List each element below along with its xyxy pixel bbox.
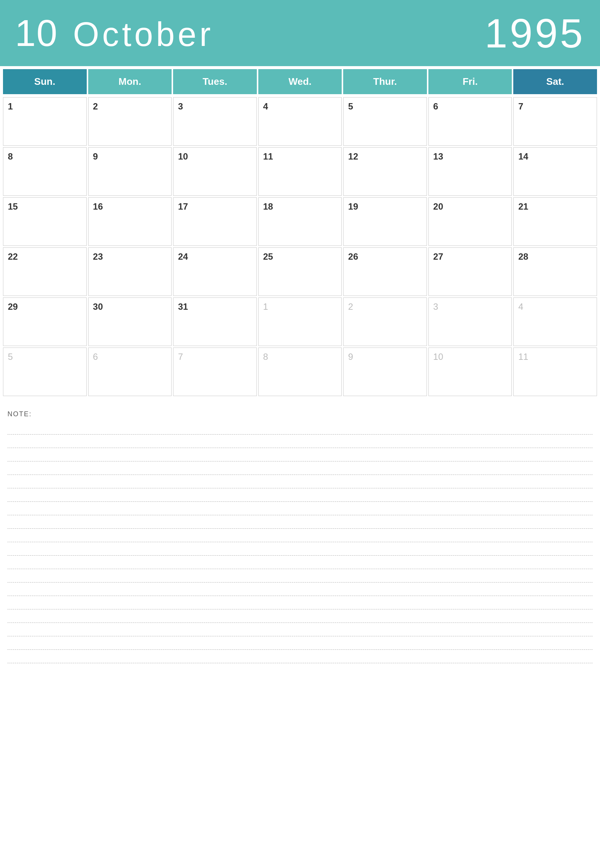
cell-number: 22 (8, 251, 18, 262)
calendar-cell[interactable]: 20 (429, 197, 512, 246)
note-line[interactable] (8, 502, 592, 515)
note-line[interactable] (8, 461, 592, 475)
calendar-cell[interactable]: 10 (173, 147, 257, 196)
cell-number: 6 (93, 352, 98, 362)
day-header-sun: Sun. (3, 69, 87, 94)
calendar-cell[interactable]: 4 (258, 97, 342, 146)
note-line[interactable] (8, 556, 592, 569)
calendar-header: 10 October 1995 (0, 0, 600, 66)
cell-number: 15 (8, 201, 18, 212)
calendar-cell[interactable]: 24 (173, 247, 257, 296)
cell-number: 11 (518, 352, 528, 362)
note-line[interactable] (8, 475, 592, 488)
calendar-cell[interactable]: 4 (513, 298, 597, 346)
calendar-grid: 1234567891011121314151617181920212223242… (0, 96, 600, 399)
cell-number: 27 (433, 251, 443, 262)
calendar-cell[interactable]: 13 (429, 147, 512, 196)
calendar-cell[interactable]: 17 (173, 197, 257, 246)
month-number: 10 (15, 12, 58, 54)
note-line[interactable] (8, 488, 592, 502)
note-line[interactable] (8, 569, 592, 582)
calendar-cell[interactable]: 9 (343, 348, 427, 396)
note-line[interactable] (8, 515, 592, 529)
calendar-cell[interactable]: 28 (513, 247, 597, 296)
calendar-cell[interactable]: 14 (513, 147, 597, 196)
day-headers-row: Sun.Mon.Tues.Wed.Thur.Fri.Sat. (0, 66, 600, 96)
calendar-cell[interactable]: 25 (258, 247, 342, 296)
calendar-cell[interactable]: 3 (429, 298, 512, 346)
day-header-mon: Mon. (88, 69, 172, 94)
calendar-cell[interactable]: 22 (3, 247, 87, 296)
calendar-cell[interactable]: 29 (3, 298, 87, 346)
note-line[interactable] (8, 421, 592, 434)
cell-number: 21 (518, 201, 528, 212)
cell-number: 1 (263, 301, 268, 312)
cell-number: 4 (263, 101, 268, 111)
calendar-cell[interactable]: 8 (3, 147, 87, 196)
calendar-cell[interactable]: 5 (3, 348, 87, 396)
note-line[interactable] (8, 542, 592, 556)
note-line[interactable] (8, 596, 592, 609)
note-line[interactable] (8, 434, 592, 448)
note-line[interactable] (8, 623, 592, 636)
cell-number: 26 (348, 251, 358, 262)
cell-number: 12 (348, 151, 358, 162)
cell-number: 3 (433, 301, 438, 312)
calendar-cell[interactable]: 2 (343, 298, 427, 346)
note-line[interactable] (8, 650, 592, 663)
cell-number: 7 (518, 101, 523, 111)
calendar-cell[interactable]: 30 (88, 298, 172, 346)
calendar-cell[interactable]: 15 (3, 197, 87, 246)
calendar-cell[interactable]: 9 (88, 147, 172, 196)
calendar-cell[interactable]: 10 (429, 348, 512, 396)
note-line[interactable] (8, 529, 592, 542)
calendar-cell[interactable]: 2 (88, 97, 172, 146)
cell-number: 29 (8, 301, 18, 312)
cell-number: 20 (433, 201, 443, 212)
cell-number: 10 (433, 352, 443, 362)
calendar-cell[interactable]: 26 (343, 247, 427, 296)
calendar-cell[interactable]: 18 (258, 197, 342, 246)
calendar-cell[interactable]: 1 (3, 97, 87, 146)
cell-number: 2 (93, 101, 98, 111)
notes-label: NOTE: (8, 410, 592, 418)
calendar-cell[interactable]: 12 (343, 147, 427, 196)
note-line[interactable] (8, 582, 592, 596)
calendar-cell[interactable]: 7 (513, 97, 597, 146)
calendar-cell[interactable]: 5 (343, 97, 427, 146)
year: 1995 (485, 9, 585, 57)
day-header-wed: Wed. (258, 69, 342, 94)
cell-number: 7 (178, 352, 183, 362)
calendar-cell[interactable]: 11 (513, 348, 597, 396)
cell-number: 5 (8, 352, 13, 362)
note-line[interactable] (8, 609, 592, 623)
calendar-cell[interactable]: 19 (343, 197, 427, 246)
day-header-tues: Tues. (173, 69, 257, 94)
note-line[interactable] (8, 448, 592, 461)
calendar-cell[interactable]: 11 (258, 147, 342, 196)
day-header-sat: Sat. (513, 69, 597, 94)
calendar-cell[interactable]: 6 (88, 348, 172, 396)
cell-number: 3 (178, 101, 183, 111)
note-line[interactable] (8, 636, 592, 650)
cell-number: 6 (433, 101, 438, 111)
calendar-cell[interactable]: 1 (258, 298, 342, 346)
cell-number: 18 (263, 201, 273, 212)
calendar-cell[interactable]: 8 (258, 348, 342, 396)
calendar-cell[interactable]: 6 (429, 97, 512, 146)
calendar-cell[interactable]: 7 (173, 348, 257, 396)
day-header-fri: Fri. (429, 69, 512, 94)
cell-number: 11 (263, 151, 273, 162)
cell-number: 5 (348, 101, 353, 111)
cell-number: 2 (348, 301, 353, 312)
calendar-cell[interactable]: 21 (513, 197, 597, 246)
cell-number: 14 (518, 151, 528, 162)
notes-section: NOTE: (0, 399, 600, 671)
calendar-cell[interactable]: 16 (88, 197, 172, 246)
cell-number: 4 (518, 301, 523, 312)
calendar-cell[interactable]: 3 (173, 97, 257, 146)
note-lines (8, 421, 592, 663)
calendar-cell[interactable]: 31 (173, 298, 257, 346)
calendar-cell[interactable]: 27 (429, 247, 512, 296)
calendar-cell[interactable]: 23 (88, 247, 172, 296)
